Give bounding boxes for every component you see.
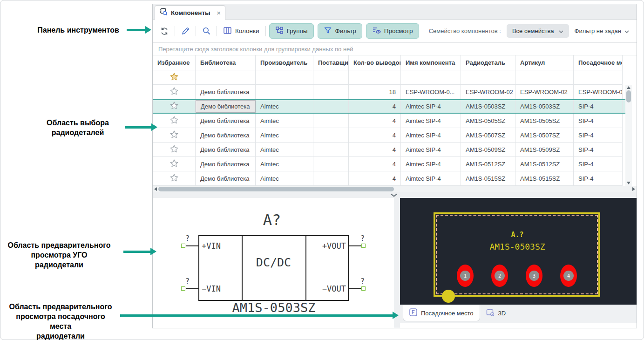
favorite-star-icon[interactable] [169,101,179,112]
favorite-star-icon[interactable] [169,159,179,170]
tab-components[interactable]: Компоненты × [155,5,225,20]
preview-splitter[interactable] [394,198,400,328]
favorite-star-icon[interactable] [169,130,179,141]
favorites-filter-cell[interactable] [153,70,196,85]
favorite-cell[interactable] [153,157,196,171]
tab-3d[interactable]: 3D [480,305,512,321]
table-cell: SIP-4 [574,143,623,157]
column-header-3[interactable]: Поставщик [313,55,349,70]
column-header-6[interactable]: Радиодеталь [461,55,515,70]
footprint-pad-3: 3 [526,265,542,287]
annotation-selection: Область выбора радиодеталей [31,118,124,137]
scroll-left-icon[interactable] [154,187,157,191]
filter-cell[interactable] [515,70,574,85]
refresh-button[interactable] [157,24,171,38]
column-header-8[interactable]: Посадочное место [574,55,623,70]
column-header-7[interactable]: Артикул [515,55,574,70]
column-header-0[interactable]: Избранное [153,55,196,70]
groups-toggle-button[interactable]: Группы [269,23,314,39]
table-cell: Aimtec [256,128,313,143]
table-cell: Aimtec SIP-4 [401,143,461,157]
scroll-right-icon[interactable] [632,187,635,191]
favorite-cell[interactable] [153,171,196,186]
table-row[interactable]: Демо библиотекаAimtec4Aimtec SIP-4AM1S-0… [153,114,625,128]
horizontal-scroll-thumb[interactable] [158,187,394,191]
filter-cell[interactable] [196,70,256,85]
favorite-star-icon[interactable] [169,173,179,184]
footprint-pad-1: 1 [457,265,474,287]
table-cell: SIP-4 [574,114,623,128]
table-row[interactable]: Демо библиотекаAimtec4Aimtec SIP-4AM1S-0… [153,128,625,143]
table-cell: Aimtec [256,171,313,186]
table-filter-row[interactable] [153,70,625,85]
favorite-cell[interactable] [153,85,196,99]
table-row[interactable]: Демо библиотека18ESP-WROOM-0...ESP-WROOM… [153,85,625,99]
group-by-hint[interactable]: Перетащите сюда заголовок колонки для гр… [153,42,637,55]
table-cell: Демо библиотека [196,100,256,113]
filter-cell[interactable] [574,70,623,85]
table-row[interactable]: Демо библиотекаAimtec4Aimtec SIP-4AM1S-0… [153,99,625,114]
column-header-5[interactable]: Имя компонента [401,55,461,70]
table-cell: SIP-4 [574,100,623,113]
columns-button[interactable]: Колонки [220,24,262,38]
footprint-preview-pane: A.? AM1S-0503SZ 1234 [400,198,637,305]
pin-label: −VOUT [306,284,346,293]
table-row[interactable]: Демо библиотекаAimtec4Aimtec SIP-4AM1S-0… [153,143,625,157]
search-button[interactable] [199,24,213,38]
annotation-arrow-footprint-preview [120,314,393,317]
filter-cell[interactable] [461,70,515,85]
footprint-pad-4: 4 [560,265,577,287]
favorite-cell[interactable] [153,114,196,128]
table-row[interactable]: Демо библиотекаAimtec4Aimtec SIP-4AM1S-0… [153,157,625,171]
vertical-scroll-thumb[interactable] [626,90,631,102]
table-cell: 4 [349,114,401,128]
favorite-star-icon[interactable] [169,87,179,97]
table-row[interactable]: Демо библиотекаAimtec4Aimtec SIP-4AM1S-0… [153,171,625,186]
tab-close-icon[interactable]: × [217,9,221,16]
scroll-up-icon[interactable] [627,86,630,89]
symbol-pin-endpoint [181,244,185,248]
table-cell: AM1S-0503SZ [461,100,515,113]
favorite-cell[interactable] [153,128,196,143]
collapse-chevron-icon [390,193,398,197]
table-cell [313,85,349,99]
column-header-2[interactable]: Производитель [256,55,313,70]
filter-toggle-button[interactable]: Фильтр [318,23,362,39]
horizontal-scrollbar[interactable] [153,186,637,192]
table-cell: AM1S-0512SZ [515,157,574,171]
filter-cell[interactable] [349,70,401,85]
favorite-cell[interactable] [153,100,196,113]
column-header-4[interactable]: Кол-во выводов [349,55,401,70]
pin-label: −VIN [202,284,221,293]
table-cell: Aimtec SIP-4 [401,128,461,143]
table-cell: Aimtec SIP-4 [401,157,461,171]
column-header-1[interactable]: Библиотека [196,55,256,70]
favorite-filter-star-icon[interactable] [169,72,179,83]
pin-number-placeholder: ? [360,277,365,286]
table-cell: 4 [349,143,401,157]
favorite-cell[interactable] [153,143,196,157]
edit-button[interactable] [178,24,192,38]
table-cell: 18 [349,85,401,99]
tab-footprint[interactable]: Посадочное место [403,305,480,321]
table-cell: Демо библиотека [196,157,256,171]
filter-cell[interactable] [313,70,349,85]
table-cell: SIP-4 [574,128,623,143]
vertical-scrollbar[interactable] [625,85,632,186]
favorite-star-icon[interactable] [169,144,179,155]
pad-number: 3 [529,271,539,281]
table-cell: Aimtec SIP-4 [401,114,461,128]
table-cell: Демо библиотека [196,171,256,186]
filter-status-dropdown[interactable]: Фильтр не задан [575,27,630,34]
panel-splitter[interactable] [153,192,637,198]
footprint-designator: A.? [471,231,564,239]
toolbar-separator [217,26,217,36]
table-cell: Aimtec [256,143,313,157]
preview-toggle-button[interactable]: Просмотр [366,23,419,39]
family-dropdown[interactable]: Все семейства [507,24,569,38]
scroll-down-icon[interactable] [627,182,630,184]
filter-cell[interactable] [256,70,313,85]
table-cell: AM1S-0505SZ [515,114,574,128]
filter-cell[interactable] [401,70,461,85]
favorite-star-icon[interactable] [169,116,179,126]
